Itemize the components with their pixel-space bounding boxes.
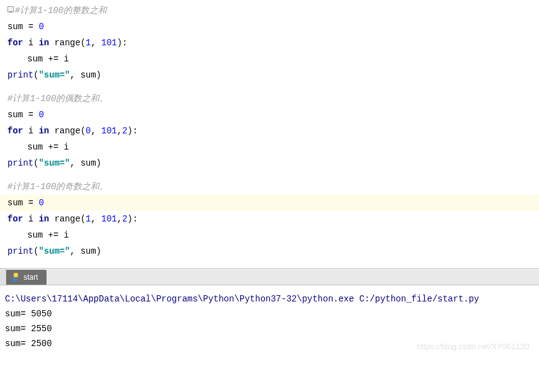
number-literal: 0	[38, 22, 43, 32]
code-line[interactable]: print("sum=", sum)	[0, 155, 539, 171]
code-line[interactable]: sum += i	[0, 51, 539, 67]
number-literal: 101	[101, 126, 117, 136]
console-line: sum= 2500	[5, 336, 534, 351]
code-text: ,	[117, 214, 122, 224]
code-text: ,	[117, 126, 122, 136]
builtin: print	[7, 158, 33, 168]
code-text: sum += i	[27, 142, 69, 152]
code-line[interactable]: print("sum=", sum)	[0, 67, 539, 83]
code-text: sum =	[7, 22, 38, 32]
code-line[interactable]: for i in range(1, 101):	[0, 35, 539, 51]
run-tab-start[interactable]: start	[6, 270, 47, 285]
code-text: range(	[49, 214, 86, 224]
code-text: ):	[127, 126, 138, 136]
code-text: ,	[91, 214, 101, 224]
comment: #计算1-100的奇数之和。	[7, 182, 108, 192]
keyword: in	[38, 38, 49, 48]
keyword: in	[38, 126, 49, 136]
keyword: for	[7, 126, 23, 136]
code-line[interactable]: sum = 0	[0, 107, 539, 123]
comment: #计算1-100的整数之和	[15, 6, 107, 16]
number-literal: 101	[101, 214, 117, 224]
code-text: , sum)	[70, 246, 101, 256]
number-literal: 101	[101, 38, 117, 48]
code-line[interactable]: #计算1-100的偶数之和。	[0, 91, 539, 107]
code-text: i	[23, 126, 38, 136]
run-tab-label: start	[24, 273, 38, 282]
string-literal: "sum="	[38, 246, 69, 256]
code-text: sum =	[7, 198, 38, 208]
code-line[interactable]: #计算1-100的整数之和	[0, 2, 539, 19]
fold-icon[interactable]	[7, 6, 14, 12]
code-text: ,	[91, 126, 101, 136]
keyword: for	[7, 214, 23, 224]
code-text: sum += i	[27, 230, 69, 240]
console-line: sum= 2550	[5, 321, 534, 336]
builtin: print	[7, 246, 33, 256]
code-text: ,	[91, 38, 101, 48]
console-line: sum= 5050	[5, 306, 534, 321]
code-line[interactable]: for i in range(0, 101,2):	[0, 123, 539, 139]
code-text: range(	[49, 38, 86, 48]
code-line[interactable]: print("sum=", sum)	[0, 243, 539, 259]
run-tabbar: start	[0, 268, 539, 285]
code-text: , sum)	[70, 70, 101, 80]
python-icon	[11, 273, 20, 282]
tabbar-filler	[0, 269, 6, 285]
number-literal: 0	[38, 198, 43, 208]
code-editor[interactable]: #计算1-100的整数之和 sum = 0 for i in range(1, …	[0, 0, 539, 264]
number-literal: 0	[38, 110, 43, 120]
code-line[interactable]: sum = 0	[0, 19, 539, 35]
code-line[interactable]: sum += i	[0, 227, 539, 243]
code-line[interactable]: #计算1-100的奇数之和。	[0, 179, 539, 195]
code-line-current[interactable]: sum = 0	[0, 195, 539, 211]
keyword: in	[38, 214, 49, 224]
string-literal: "sum="	[38, 158, 69, 168]
code-text: sum =	[7, 110, 38, 120]
code-text: , sum)	[70, 158, 101, 168]
code-text: ):	[127, 214, 138, 224]
keyword: for	[7, 38, 23, 48]
console-command: C:\Users\17114\AppData\Local\Programs\Py…	[5, 292, 534, 306]
code-text: sum += i	[27, 54, 69, 64]
string-literal: "sum="	[38, 70, 69, 80]
code-text: i	[23, 38, 38, 48]
code-text: range(	[49, 126, 86, 136]
console-output[interactable]: C:\Users\17114\AppData\Local\Programs\Py…	[0, 285, 539, 357]
code-text: i	[23, 214, 38, 224]
code-line[interactable]: sum += i	[0, 139, 539, 155]
builtin: print	[7, 70, 33, 80]
code-line[interactable]: for i in range(1, 101,2):	[0, 211, 539, 227]
comment: #计算1-100的偶数之和。	[7, 94, 108, 104]
code-text: ):	[117, 38, 128, 48]
